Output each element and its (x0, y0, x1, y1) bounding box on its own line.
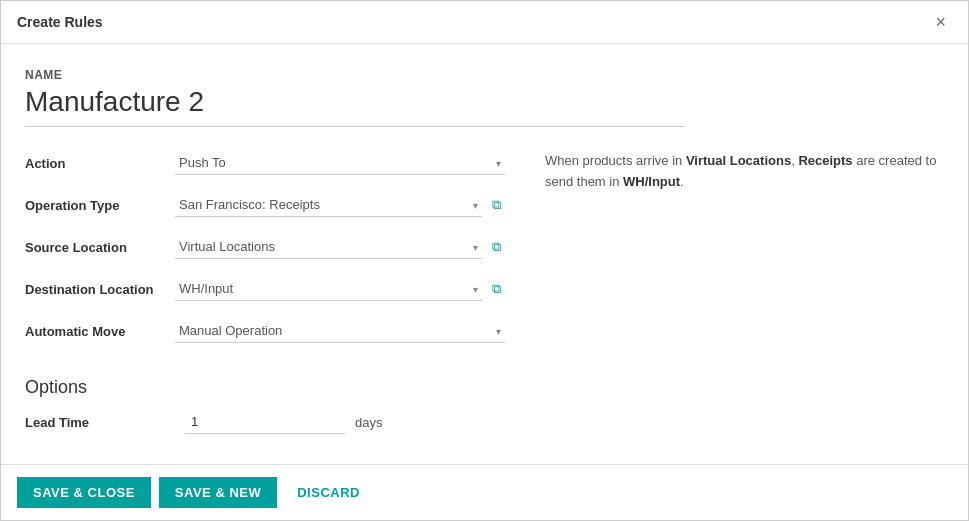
info-text: When products arrive in Virtual Location… (545, 151, 944, 193)
external-link-icon-2: ⧉ (492, 239, 501, 255)
form-section: Action Push To Pull From Push & Pull ▾ (25, 147, 944, 357)
operation-type-control: San Francisco: Receipts ▾ ⧉ (175, 193, 505, 217)
operation-type-select-wrapper: San Francisco: Receipts ▾ (175, 193, 482, 217)
action-select[interactable]: Push To Pull From Push & Pull (175, 151, 505, 175)
lead-time-input[interactable] (185, 410, 345, 434)
source-location-select[interactable]: Virtual Locations (175, 235, 482, 259)
save-new-button[interactable]: SAVE & NEW (159, 477, 277, 508)
source-location-select-wrapper: Virtual Locations ▾ (175, 235, 482, 259)
operation-type-select[interactable]: San Francisco: Receipts (175, 193, 482, 217)
options-title: Options (25, 377, 944, 398)
destination-location-row: Destination Location WH/Input ▾ ⧉ (25, 273, 505, 305)
dialog-footer: SAVE & CLOSE SAVE & NEW DISCARD (1, 464, 968, 520)
external-link-icon: ⧉ (492, 197, 501, 213)
dialog-header: Create Rules × (1, 1, 968, 44)
destination-location-label: Destination Location (25, 282, 175, 297)
destination-location-select-wrapper: WH/Input ▾ (175, 277, 482, 301)
destination-location-select[interactable]: WH/Input (175, 277, 482, 301)
source-location-control: Virtual Locations ▾ ⧉ (175, 235, 505, 259)
automatic-move-select-wrapper: Manual Operation Automatic No Step Added… (175, 319, 505, 343)
operation-type-external-link[interactable]: ⧉ (488, 195, 505, 215)
info-virtual-locations: Virtual Locations (686, 153, 791, 168)
automatic-move-label: Automatic Move (25, 324, 175, 339)
lead-time-label: Lead Time (25, 415, 175, 430)
info-text-part1: When products arrive in (545, 153, 686, 168)
source-location-label: Source Location (25, 240, 175, 255)
lead-time-unit: days (355, 415, 382, 430)
create-rules-dialog: Create Rules × Name Manufacture 2 Action… (0, 0, 969, 521)
name-field-label: Name (25, 68, 944, 82)
close-button[interactable]: × (929, 11, 952, 33)
destination-location-external-link[interactable]: ⧉ (488, 279, 505, 299)
external-link-icon-3: ⧉ (492, 281, 501, 297)
name-value: Manufacture 2 (25, 86, 685, 127)
info-panel: When products arrive in Virtual Location… (545, 147, 944, 357)
dialog-title: Create Rules (17, 14, 103, 30)
automatic-move-select[interactable]: Manual Operation Automatic No Step Added… (175, 319, 505, 343)
save-close-button[interactable]: SAVE & CLOSE (17, 477, 151, 508)
info-wh-input: WH/Input (623, 174, 680, 189)
action-control: Push To Pull From Push & Pull ▾ (175, 151, 505, 175)
operation-type-row: Operation Type San Francisco: Receipts ▾… (25, 189, 505, 221)
form-left: Action Push To Pull From Push & Pull ▾ (25, 147, 505, 357)
destination-location-control: WH/Input ▾ ⧉ (175, 277, 505, 301)
options-section: Options Lead Time days (25, 377, 944, 434)
action-label: Action (25, 156, 175, 171)
automatic-move-row: Automatic Move Manual Operation Automati… (25, 315, 505, 347)
info-text-part4: . (680, 174, 684, 189)
lead-time-row: Lead Time days (25, 410, 944, 434)
dialog-body: Name Manufacture 2 Action Push To Pull F… (1, 44, 968, 464)
action-select-wrapper: Push To Pull From Push & Pull ▾ (175, 151, 505, 175)
automatic-move-control: Manual Operation Automatic No Step Added… (175, 319, 505, 343)
action-row: Action Push To Pull From Push & Pull ▾ (25, 147, 505, 179)
discard-button[interactable]: DISCARD (285, 477, 372, 508)
source-location-external-link[interactable]: ⧉ (488, 237, 505, 257)
operation-type-label: Operation Type (25, 198, 175, 213)
info-receipts: Receipts (798, 153, 852, 168)
source-location-row: Source Location Virtual Locations ▾ ⧉ (25, 231, 505, 263)
